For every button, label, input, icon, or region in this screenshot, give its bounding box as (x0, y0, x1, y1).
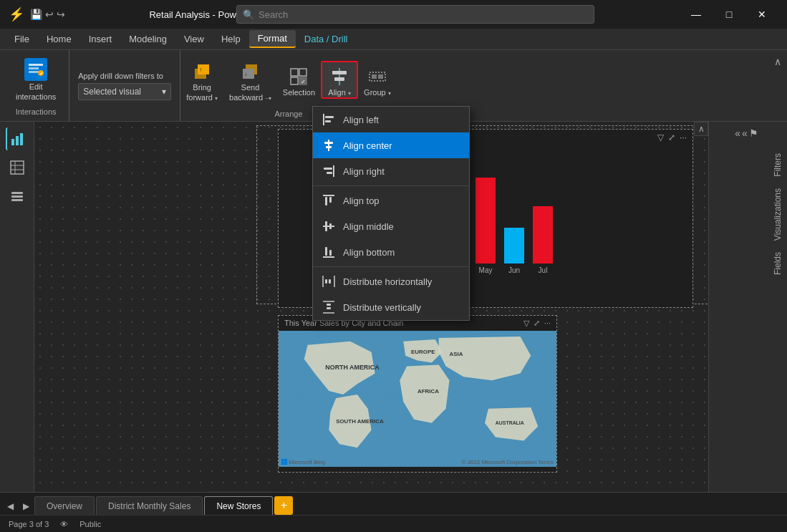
right-panel-collapse-icons: « « ⚑ (709, 122, 787, 142)
svg-rect-29 (11, 192, 23, 194)
tab-filters[interactable]: Filters (768, 147, 787, 183)
menu-file[interactable]: File (6, 31, 38, 47)
expand-icon[interactable]: ⤢ (668, 132, 675, 142)
selection-label: Selection (283, 88, 315, 97)
send-backward-label: Sendbackward ~▾ (229, 83, 271, 102)
more-options-icon[interactable]: ··· (680, 132, 687, 142)
drill-down-value: Selected visual (83, 87, 141, 97)
map-expand-icon[interactable]: ⤢ (533, 319, 540, 328)
svg-rect-13 (291, 77, 298, 84)
align-right-label: Align right (343, 166, 385, 177)
map-content: NORTH AMERICA SOUTH AMERICA EUROPE ASIA … (279, 331, 556, 467)
bring-forward-button[interactable]: ↑ Bringforward ▾ (180, 57, 223, 102)
interactions-label: Editinteractions (16, 82, 56, 101)
distribute-vertically-item[interactable]: Distribute vertically (313, 294, 469, 320)
selection-button[interactable]: ✓ Selection (277, 62, 321, 97)
map-filter-icon[interactable]: ▽ (523, 319, 529, 328)
undo-icon[interactable]: ↩ (45, 9, 54, 20)
page-info: Page 3 of 3 (9, 520, 49, 528)
svg-text:Ocean: Ocean (382, 396, 397, 401)
svg-rect-30 (11, 195, 23, 198)
layers-nav-icon[interactable] (6, 185, 29, 208)
search-bar[interactable]: 🔍 Search (236, 5, 594, 24)
tab-fields[interactable]: Fields (768, 246, 787, 281)
align-right-item[interactable]: Align right (313, 158, 469, 184)
svg-rect-66 (325, 279, 327, 284)
svg-text:Pacific: Pacific (295, 390, 310, 395)
svg-rect-50 (324, 142, 333, 144)
align-dropdown-menu: Align left Align center Align right (312, 106, 470, 321)
align-top-label: Align top (343, 195, 380, 206)
align-button[interactable]: Align ▾ (321, 61, 358, 99)
filter-icon[interactable]: ▽ (657, 132, 664, 142)
send-backward-icon: ↓ (238, 60, 261, 83)
menu-data-drill[interactable]: Data / Drill (296, 31, 357, 47)
collapse-all-icon[interactable]: « (735, 127, 740, 139)
svg-rect-24 (20, 133, 23, 145)
map-visual[interactable]: This Year Sales by City and Chain ▽ ⤢ ··… (278, 315, 557, 473)
page-prev-button[interactable]: ◀ (3, 498, 17, 515)
svg-rect-60 (329, 223, 332, 229)
page-next-button[interactable]: ▶ (19, 498, 33, 515)
svg-rect-20 (372, 74, 377, 79)
redo-icon[interactable]: ↪ (57, 9, 65, 20)
align-center-item[interactable]: Align center (313, 132, 469, 158)
table-nav-icon[interactable] (6, 156, 29, 179)
svg-rect-12 (299, 69, 306, 76)
visibility-label: Public (79, 520, 101, 528)
svg-rect-23 (16, 136, 19, 145)
align-middle-item[interactable]: Align middle (313, 213, 469, 239)
tab-visualizations[interactable]: Visualizations (768, 183, 787, 246)
right-panel: « « ⚑ Filters Visualizations Fields (708, 122, 787, 492)
interactions-icon: ✓ (24, 58, 47, 81)
svg-text:AFRICA: AFRICA (417, 388, 439, 395)
menu-format[interactable]: Format (249, 30, 296, 48)
edit-interactions-button[interactable]: ✓ Editinteractions (11, 55, 60, 104)
right-panel-tabs: Filters Visualizations Fields (709, 142, 787, 286)
bar-chart-nav-icon[interactable] (6, 127, 29, 150)
distribute-horizontally-icon (322, 274, 336, 289)
minimize-button[interactable]: — (680, 3, 713, 26)
menu-insert[interactable]: Insert (80, 31, 121, 47)
menu-view[interactable]: View (175, 31, 213, 47)
ribbon-collapse-button[interactable]: ∧ (774, 56, 781, 67)
distribute-horizontally-item[interactable]: Distribute horizontally (313, 269, 469, 294)
svg-rect-59 (325, 221, 327, 231)
close-button[interactable]: ✕ (745, 3, 778, 26)
visibility-icon: 👁 (60, 520, 68, 528)
save-icon[interactable]: 💾 (30, 9, 42, 20)
collapse-icon-2[interactable]: « (742, 127, 748, 139)
svg-rect-63 (329, 250, 332, 256)
canvas-collapse-button[interactable]: ∧ (694, 122, 708, 136)
svg-rect-47 (325, 116, 334, 118)
flag-icon[interactable]: ⚑ (749, 127, 758, 139)
bar-may: May (475, 178, 496, 274)
align-middle-label: Align middle (343, 221, 394, 232)
svg-rect-18 (334, 77, 344, 81)
align-top-item[interactable]: Align top (313, 188, 469, 213)
menu-modeling[interactable]: Modeling (120, 31, 175, 47)
align-bottom-item[interactable]: Align bottom (313, 239, 469, 265)
svg-text:✓: ✓ (301, 79, 306, 85)
menu-home[interactable]: Home (38, 31, 80, 47)
menu-help[interactable]: Help (213, 31, 249, 47)
svg-text:AUSTRALIA: AUSTRALIA (496, 420, 524, 425)
svg-text:SOUTH AMERICA: SOUTH AMERICA (336, 418, 384, 425)
drill-down-chevron: ▾ (162, 87, 166, 97)
group-button[interactable]: Group ▾ (358, 62, 397, 97)
tab-new-stores[interactable]: New Stores (204, 496, 273, 515)
svg-text:Ocean: Ocean (295, 396, 310, 401)
svg-text:Ocean: Ocean (417, 442, 433, 447)
map-more-icon[interactable]: ··· (544, 319, 551, 328)
drill-down-section: Apply drill down filters to Selected vis… (69, 50, 180, 121)
svg-rect-62 (325, 247, 327, 256)
drill-down-dropdown[interactable]: Selected visual ▾ (78, 83, 171, 100)
add-page-button[interactable]: + (274, 496, 293, 515)
tab-district-monthly-sales[interactable]: District Monthly Sales (96, 496, 203, 515)
svg-rect-54 (327, 172, 332, 174)
tab-overview[interactable]: Overview (34, 496, 95, 515)
svg-rect-11 (291, 69, 298, 76)
maximize-button[interactable]: □ (713, 3, 745, 26)
align-left-item[interactable]: Align left (313, 107, 469, 132)
send-backward-button[interactable]: ↓ Sendbackward ~▾ (223, 57, 277, 102)
